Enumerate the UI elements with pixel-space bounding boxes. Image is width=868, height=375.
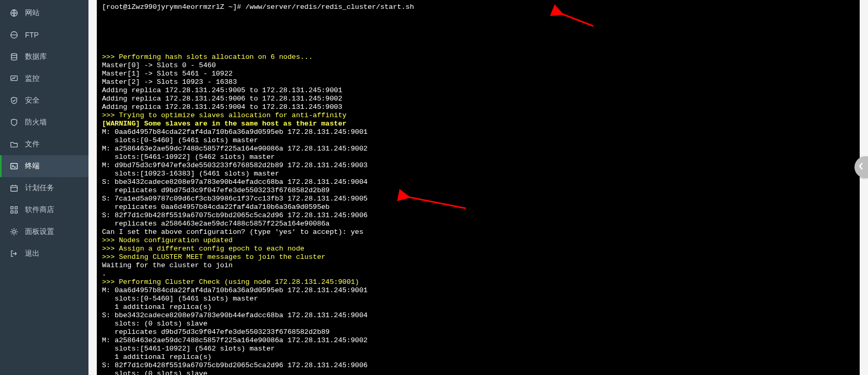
terminal-line: slots:[0-5460] (5461 slots) master — [102, 295, 854, 303]
terminal-line: replicates a2586463e2ae59dc7488c5857f225… — [102, 220, 854, 228]
terminal-line: [root@iZwz990jyrymn4eorrmzrlZ ~]# /www/s… — [102, 3, 854, 11]
sidebar-item-label: 终端 — [25, 161, 40, 171]
sidebar-item-label: 软件商店 — [25, 205, 54, 215]
terminal-line: >>> Performing Cluster Check (using node… — [102, 278, 854, 286]
settings-icon — [9, 227, 19, 236]
terminal-line: slots:[0-5460] (5461 slots) master — [102, 136, 854, 145]
svg-rect-5 — [11, 186, 17, 192]
sidebar-item-terminal[interactable]: 终端 — [0, 155, 88, 177]
sidebar-item-security[interactable]: 安全 — [0, 90, 88, 111]
svg-point-2 — [11, 54, 17, 56]
terminal-line: slots: (0 slots) slave — [102, 320, 854, 328]
sidebar-item-label: 退出 — [25, 249, 40, 258]
logout-icon — [9, 249, 19, 258]
terminal-line: Master[2] -> Slots 10923 - 16383 — [102, 78, 854, 86]
terminal-icon — [9, 161, 19, 171]
terminal-line: S: 82f7d1c9b428f5519a67075cb9bd2065c5ca2… — [102, 211, 854, 220]
sidebar-item-label: 监控 — [25, 74, 40, 83]
terminal-line: slots:[5461-10922] (5462 slots) master — [102, 153, 854, 161]
globe-icon — [9, 8, 19, 18]
terminal-line: M: 0aa6d4957b84cda22faf4da710b6a36a9d059… — [102, 128, 854, 136]
sidebar: 网站FTP数据库监控安全防火墙文件终端计划任务软件商店面板设置退出 — [0, 0, 88, 375]
terminal-line: 1 additional replica(s) — [102, 353, 854, 361]
sidebar-item-label: FTP — [25, 31, 39, 39]
chevron-left-icon — [858, 162, 864, 172]
terminal-line: Can I set the above configuration? (type… — [102, 228, 854, 236]
terminal-line: M: d9bd75d3c9f047efe3de5503233f6768582d2… — [102, 161, 854, 170]
main-area: [root@iZwz990jyrymn4eorrmzrlZ ~]# /www/s… — [88, 0, 868, 375]
terminal-line: Adding replica 172.28.131.245:9005 to 17… — [102, 86, 854, 95]
sidebar-item-logout[interactable]: 退出 — [0, 243, 88, 265]
sidebar-item-label: 安全 — [25, 96, 40, 105]
terminal-line: replicates d9bd75d3c9f047efe3de5503233f6… — [102, 328, 854, 336]
terminal-line: >>> Nodes configuration updated — [102, 236, 854, 245]
sidebar-item-files[interactable]: 文件 — [0, 133, 88, 155]
terminal-line: S: bbe3432cadece8208e97a783e90b44efadcc6… — [102, 311, 854, 320]
shield-icon — [9, 96, 19, 105]
folder-icon — [9, 140, 19, 149]
sidebar-item-appstore[interactable]: 软件商店 — [0, 199, 88, 221]
command: /www/server/redis/redis_cluster/start.sh — [245, 3, 414, 11]
sidebar-item-label: 文件 — [25, 140, 40, 149]
firewall-icon — [9, 118, 19, 127]
svg-rect-7 — [15, 207, 17, 209]
terminal-line: 1 additional replica(s) — [102, 303, 854, 311]
sidebar-item-label: 计划任务 — [25, 183, 54, 193]
terminal-line: Master[0] -> Slots 0 - 5460 — [102, 61, 854, 70]
terminal-line: M: a2586463e2ae59dc7488c5857f225a164e900… — [102, 336, 854, 345]
svg-line-11 — [561, 14, 593, 26]
ftp-icon — [9, 30, 19, 40]
database-icon — [9, 52, 19, 61]
monitor-icon — [9, 74, 19, 83]
sidebar-item-firewall[interactable]: 防火墙 — [0, 111, 88, 133]
sidebar-item-monitor[interactable]: 监控 — [0, 68, 88, 90]
terminal-line: [WARNING] Some slaves are in the same ho… — [102, 120, 854, 128]
prompt: [root@iZwz990jyrymn4eorrmzrlZ ~]# — [102, 3, 245, 11]
terminal-line: >>> Performing hash slots allocation on … — [102, 53, 854, 61]
sidebar-item-cron[interactable]: 计划任务 — [0, 177, 88, 199]
terminal-line: S: 82f7d1c9b428f5519a67075cb9bd2065c5ca2… — [102, 361, 854, 370]
sidebar-item-database[interactable]: 数据库 — [0, 46, 88, 68]
svg-rect-9 — [15, 211, 17, 213]
sidebar-item-label: 面板设置 — [25, 227, 54, 236]
terminal-line: S: 7ca1ed5a09787c09d6cf3cb39986c1f37cc13… — [102, 195, 854, 203]
terminal-line: replicates 0aa6d4957b84cda22faf4da710b6a… — [102, 203, 854, 211]
terminal-line: >>> Sending CLUSTER MEET messages to joi… — [102, 253, 854, 261]
sidebar-item-label: 数据库 — [25, 52, 47, 61]
sidebar-item-label: 防火墙 — [25, 118, 47, 127]
terminal-output[interactable]: [root@iZwz990jyrymn4eorrmzrlZ ~]# /www/s… — [97, 0, 860, 375]
cron-icon — [9, 183, 19, 193]
terminal-line: Waiting for the cluster to join — [102, 261, 854, 270]
svg-point-10 — [12, 230, 15, 233]
terminal-line: slots:[10923-16383] (5461 slots) master — [102, 170, 854, 178]
terminal-line: . — [102, 270, 854, 278]
terminal-line: S: bbe3432cadece8208e97a783e90b44efadcc6… — [102, 178, 854, 186]
terminal-line: M: 0aa6d4957b84cda22faf4da710b6a36a9d059… — [102, 286, 854, 295]
terminal-line: replicates d9bd75d3c9f047efe3de5503233f6… — [102, 186, 854, 195]
svg-rect-6 — [11, 207, 13, 209]
terminal-line: M: a2586463e2ae59dc7488c5857f225a164e900… — [102, 145, 854, 153]
sidebar-item-website[interactable]: 网站 — [0, 2, 88, 24]
terminal-line: Adding replica 172.28.131.245:9004 to 17… — [102, 103, 854, 111]
terminal-line: slots: (0 slots) slave — [102, 370, 854, 375]
sidebar-item-label: 网站 — [25, 8, 40, 18]
sidebar-item-panel[interactable]: 面板设置 — [0, 221, 88, 243]
terminal-line: slots:[5461-10922] (5462 slots) master — [102, 345, 854, 353]
terminal-line: >>> Trying to optimize slaves allocation… — [102, 111, 854, 120]
svg-rect-8 — [11, 211, 13, 213]
sidebar-item-ftp[interactable]: FTP — [0, 24, 88, 46]
terminal-line: Master[1] -> Slots 5461 - 10922 — [102, 70, 854, 78]
terminal-line: Adding replica 172.28.131.245:9006 to 17… — [102, 95, 854, 103]
terminal-line: >>> Assign a different config epoch to e… — [102, 245, 854, 253]
appstore-icon — [9, 205, 19, 215]
